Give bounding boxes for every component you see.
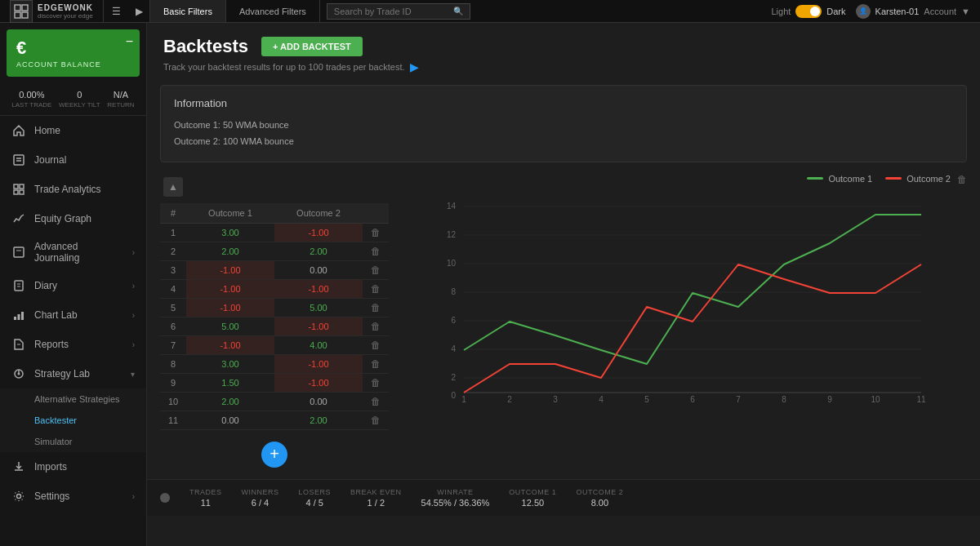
svg-text:4: 4: [451, 344, 456, 353]
main-content: Backtests + ADD BACKTEST Track your back…: [147, 23, 980, 546]
sidebar-item-trade-analytics[interactable]: Trade Analytics: [0, 175, 146, 204]
delete-row-button[interactable]: 🗑: [363, 242, 389, 260]
weekly-tilt-value: 0: [59, 90, 100, 100]
sidebar-item-reports[interactable]: Reports ›: [0, 330, 146, 359]
page-title-row: Backtests + ADD BACKTEST: [163, 36, 964, 57]
svg-text:2: 2: [507, 395, 512, 402]
toggle-thumb: [810, 7, 820, 16]
account-minus-button[interactable]: −: [126, 34, 133, 49]
sidebar-item-imports[interactable]: Imports: [0, 452, 146, 482]
user-menu[interactable]: 👤 Karsten-01 Account ▼: [856, 4, 970, 19]
add-row-button[interactable]: +: [261, 442, 287, 468]
sidebar-item-simulator[interactable]: Simulator: [0, 431, 146, 452]
row-outcome2-value[interactable]: -1.00: [274, 224, 363, 242]
row-outcome2-value[interactable]: -1.00: [274, 355, 363, 373]
basic-filters-tab[interactable]: Basic Filters: [150, 0, 226, 22]
video-icon[interactable]: ▶: [410, 60, 419, 73]
footer-stats: TRADES 11 WINNERS 6 / 4 LOSERS 4 / 5 BRE…: [147, 479, 980, 516]
footer-outcome1: OUTCOME 1 12.50: [509, 488, 556, 508]
delete-row-button[interactable]: 🗑: [363, 411, 389, 429]
advanced-filters-tab[interactable]: Advanced Filters: [226, 0, 320, 22]
euro-icon: €: [16, 38, 26, 59]
sidebar-item-strategy-lab[interactable]: Strategy Lab ▾: [0, 359, 146, 388]
col-header-action: [363, 203, 389, 223]
row-outcome1-value[interactable]: -1.00: [186, 299, 274, 317]
chart-delete-button[interactable]: 🗑: [957, 174, 967, 185]
row-num: 2: [160, 242, 186, 260]
delete-row-button[interactable]: 🗑: [363, 261, 389, 279]
legend-outcome1: Outcome 1: [807, 174, 872, 184]
sidebar-item-backtester[interactable]: Backtester: [0, 410, 146, 431]
footer-winrate-label: WINRATE: [421, 488, 490, 496]
user-name: Karsten-01: [875, 7, 920, 16]
row-outcome2-value[interactable]: 0.00: [274, 393, 363, 411]
delete-row-button[interactable]: 🗑: [363, 393, 389, 411]
row-outcome2-value[interactable]: -1.00: [274, 374, 363, 392]
svg-rect-9: [14, 190, 18, 194]
menu-toggle-button[interactable]: ☰: [104, 0, 129, 22]
delete-row-button[interactable]: 🗑: [363, 280, 389, 298]
table-row: 11 0.00 2.00 🗑: [160, 411, 389, 430]
delete-row-button[interactable]: 🗑: [363, 224, 389, 242]
delete-row-button[interactable]: 🗑: [363, 317, 389, 335]
footer-winrate: WINRATE 54.55% / 36.36%: [421, 488, 490, 508]
nav-arrow-button[interactable]: ▶: [129, 0, 150, 22]
svg-text:6: 6: [690, 395, 695, 402]
row-outcome1-value[interactable]: 1.50: [186, 374, 274, 392]
svg-rect-8: [20, 184, 24, 189]
delete-row-button[interactable]: 🗑: [363, 355, 389, 373]
info-section-title: Information: [174, 97, 953, 109]
sidebar-item-advanced-journaling[interactable]: Advanced Journaling ›: [0, 233, 146, 271]
delete-row-button[interactable]: 🗑: [363, 299, 389, 317]
footer-winners: WINNERS 6 / 4: [242, 488, 279, 508]
row-outcome2-value[interactable]: -1.00: [274, 317, 363, 335]
legend-outcome1-dot: [807, 177, 823, 180]
row-outcome2-value[interactable]: 4.00: [274, 336, 363, 354]
svg-rect-10: [20, 190, 24, 194]
svg-text:12: 12: [447, 230, 457, 239]
sidebar-item-chart-lab[interactable]: Chart Lab ›: [0, 300, 146, 330]
account-balance-section[interactable]: € − ACCOUNT BALANCE: [7, 29, 140, 77]
row-outcome1-value[interactable]: 2.00: [186, 393, 274, 411]
row-outcome2-value[interactable]: 2.00: [274, 242, 363, 260]
collapse-button[interactable]: ▲: [163, 177, 183, 197]
legend-outcome2-dot: [885, 177, 902, 180]
delete-row-button[interactable]: 🗑: [363, 374, 389, 392]
sidebar-item-journal[interactable]: Journal: [0, 145, 146, 175]
sidebar-item-settings[interactable]: Settings ›: [0, 482, 146, 511]
sidebar-item-home[interactable]: Home: [0, 116, 146, 145]
footer-winrate-value: 54.55% / 36.36%: [421, 498, 490, 508]
svg-point-21: [18, 373, 20, 375]
theme-toggle-track[interactable]: [795, 5, 822, 18]
search-input[interactable]: [334, 7, 448, 16]
reports-icon: [11, 337, 26, 352]
row-outcome1-value[interactable]: 5.00: [186, 317, 274, 335]
row-outcome1-value[interactable]: -1.00: [186, 280, 274, 298]
row-outcome1-value[interactable]: -1.00: [186, 336, 274, 354]
footer-trades: TRADES 11: [189, 488, 222, 508]
svg-rect-0: [15, 5, 20, 11]
sidebar-item-alternative-strategies[interactable]: Alternative Strategies: [0, 388, 146, 410]
delete-row-button[interactable]: 🗑: [363, 336, 389, 354]
row-outcome1-value[interactable]: 3.00: [186, 355, 274, 373]
row-outcome2-value[interactable]: 0.00: [274, 261, 363, 279]
row-num: 6: [160, 317, 186, 335]
chart-lab-chevron-icon: ›: [132, 311, 135, 320]
footer-outcome2-label: OUTCOME 2: [576, 488, 623, 496]
sidebar-item-home-label: Home: [34, 125, 60, 136]
user-avatar: 👤: [856, 4, 871, 19]
row-outcome1-value[interactable]: 0.00: [186, 411, 274, 429]
row-outcome1-value[interactable]: 2.00: [186, 242, 274, 260]
main-area: € − ACCOUNT BALANCE 0.00% LAST TRADE 0 W…: [0, 23, 980, 546]
row-outcome2-value[interactable]: 2.00: [274, 411, 363, 429]
add-backtest-button[interactable]: + ADD BACKTEST: [261, 37, 363, 56]
row-outcome1-value[interactable]: -1.00: [186, 261, 274, 279]
svg-point-22: [17, 495, 21, 499]
sidebar-item-equity-graph[interactable]: Equity Graph: [0, 204, 146, 233]
svg-text:9: 9: [827, 395, 832, 402]
row-outcome2-value[interactable]: -1.00: [274, 280, 363, 298]
svg-text:3: 3: [553, 395, 558, 402]
sidebar-item-diary[interactable]: Diary ›: [0, 271, 146, 300]
row-outcome1-value[interactable]: 3.00: [186, 224, 274, 242]
row-outcome2-value[interactable]: 5.00: [274, 299, 363, 317]
